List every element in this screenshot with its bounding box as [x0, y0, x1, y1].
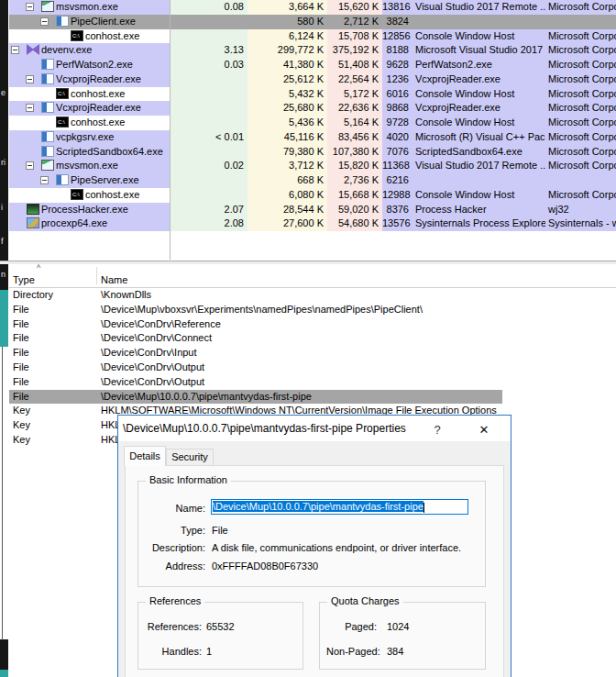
pid-cell: 9868	[382, 101, 412, 116]
collapse-icon[interactable]	[26, 75, 34, 83]
working-set-cell: 54,680 K	[327, 216, 382, 231]
handle-row[interactable]: Directory\KnownDlls	[9, 288, 616, 303]
handles-value: 1	[206, 646, 212, 657]
process-tree-pane: msvsmon.exe0.083,664 K15,620 K13816Visua…	[9, 0, 616, 261]
company-cell: Microsoft Corpor	[545, 43, 616, 58]
handle-type: File	[13, 331, 29, 346]
working-set-cell: 375,192 K	[327, 43, 382, 58]
handle-row[interactable]: File\Device\ConDrv\Connect	[9, 331, 616, 346]
company-cell: Microsoft Corpor	[545, 130, 616, 145]
process-name-label: conhost.exe	[85, 188, 139, 203]
pid-cell: 6016	[382, 87, 412, 102]
column-header-name[interactable]: Name	[101, 274, 127, 285]
process-name-label: PipeClient.exe	[71, 15, 136, 29]
process-row[interactable]: VcxprojReader.exe25,612 K22,564 K1236Vcx…	[9, 72, 616, 87]
paged-value: 1024	[387, 621, 409, 632]
process-name-cell: conhost.exe	[9, 188, 170, 203]
cpu-cell: < 0.01	[170, 130, 248, 145]
process-row[interactable]: devenv.exe3.13299,772 K375,192 K8188Micr…	[9, 43, 616, 58]
private-bytes-cell: 3,664 K	[248, 0, 327, 15]
process-name-label: PipeServer.exe	[71, 173, 139, 188]
cpu-cell	[170, 15, 248, 29]
type-label: Type:	[145, 525, 205, 536]
type-value: File	[212, 525, 228, 536]
private-bytes-cell: 25,680 K	[248, 101, 327, 116]
tab-security[interactable]: Security	[166, 449, 214, 466]
working-set-cell: 5,164 K	[327, 116, 382, 130]
description-cell	[412, 15, 545, 29]
collapse-icon[interactable]	[26, 3, 34, 11]
process-row[interactable]: ProcessHacker.exe2.0728,544 K59,020 K837…	[9, 203, 616, 217]
cpu-cell	[170, 116, 248, 130]
process-name-cell: procexp64.exe	[9, 216, 170, 231]
process-row[interactable]: msvsmon.exe0.083,664 K15,620 K13816Visua…	[9, 0, 616, 15]
handle-row[interactable]: File\Device\ConDrv\Output	[9, 375, 616, 390]
column-separator[interactable]	[96, 267, 97, 284]
process-row[interactable]: PipeServer.exe668 K2,736 K6216	[9, 173, 616, 188]
dialog-titlebar[interactable]: \Device\Mup\10.0.0.7\pipe\mantvydas-firs…	[118, 416, 511, 441]
app-icon	[56, 16, 69, 27]
process-row[interactable]: msvsmon.exe0.023,712 K15,820 K11368Visua…	[9, 159, 616, 173]
description-cell: Visual Studio 2017 Remote ...	[412, 159, 545, 173]
help-button[interactable]: ?	[424, 420, 450, 438]
process-row[interactable]: VcxprojReader.exe25,680 K22,636 K9868Vcx…	[9, 101, 616, 116]
pid-cell: 1236	[382, 72, 412, 87]
process-row[interactable]: conhost.exe6,124 K15,708 K12856Console W…	[9, 29, 616, 44]
handle-type: File	[13, 303, 29, 317]
handle-type: Directory	[13, 288, 53, 303]
handle-name: \Device\ConDrv\Output	[101, 361, 204, 375]
strip-text-fragment: f	[1, 238, 4, 246]
process-row[interactable]: PerfWatson2.exe0.0341,380 K51,408 K9628P…	[9, 58, 616, 72]
strip-text-fragment: n	[1, 271, 6, 279]
description-cell: VcxprojReader.exe	[412, 101, 545, 116]
working-set-cell: 51,408 K	[327, 58, 382, 72]
collapse-icon[interactable]	[26, 161, 34, 170]
app-icon	[41, 131, 54, 142]
company-cell: wj32	[545, 203, 616, 217]
column-header-type[interactable]: Type	[13, 274, 35, 285]
process-row[interactable]: conhost.exe5,432 K5,172 K6016Console Win…	[9, 87, 616, 102]
handle-name: \Device\ConDrv\Reference	[101, 317, 221, 332]
process-row[interactable]: vcpkgsrv.exe< 0.0145,116 K83,456 K4020Mi…	[9, 130, 616, 145]
process-row[interactable]: PipeClient.exe580 K2,712 K3824	[9, 15, 616, 29]
handle-row[interactable]: File\Device\ConDrv\Output	[9, 361, 616, 375]
process-row[interactable]: procexp64.exe2.0827,600 K54,680 K13576Sy…	[9, 216, 616, 231]
strip-segment	[0, 670, 8, 677]
handle-row[interactable]: File\Device\ConDrv\Input	[9, 346, 616, 361]
pid-cell: 4020	[382, 130, 412, 145]
console-icon	[71, 189, 83, 200]
company-cell	[545, 15, 616, 29]
handle-row[interactable]: File\Device\ConDrv\Reference	[9, 317, 616, 332]
handle-row[interactable]: File\Device\Mup\vboxsvr\Experiments\name…	[9, 303, 616, 317]
collapse-icon[interactable]	[11, 46, 19, 54]
description-cell: Microsoft Visual Studio 2017	[412, 43, 545, 58]
private-bytes-cell: 6,124 K	[248, 29, 327, 44]
company-cell: Microsoft Corpor	[545, 72, 616, 87]
process-row[interactable]: conhost.exe6,080 K15,668 K12988Console W…	[9, 188, 616, 203]
process-row[interactable]: ScriptedSandbox64.exe79,380 K107,380 K70…	[9, 145, 616, 160]
collapse-icon[interactable]	[26, 104, 34, 112]
handle-type: Key	[13, 418, 30, 433]
handle-name: \Device\Mup\vboxsvr\Experiments\namedPip…	[101, 303, 423, 317]
collapse-icon[interactable]	[40, 176, 49, 184]
description-cell: Console Window Host	[412, 116, 545, 130]
references-label: References:	[145, 621, 202, 632]
cpu-cell: 0.02	[170, 159, 248, 173]
collapse-icon[interactable]	[40, 17, 49, 26]
handle-type: Key	[13, 433, 30, 448]
references-value: 65532	[206, 621, 235, 632]
close-icon[interactable]: ✕	[468, 420, 500, 438]
process-name-cell: PerfWatson2.exe	[9, 58, 170, 72]
tab-details[interactable]: Details	[124, 446, 166, 466]
company-cell	[545, 173, 616, 188]
working-set-cell: 2,736 K	[327, 173, 382, 188]
strip-text-fragment: ri	[1, 159, 6, 167]
name-field[interactable]: \Device\Mup\10.0.0.7\pipe\mantvydas-firs…	[211, 499, 468, 515]
process-name-cell: VcxprojReader.exe	[9, 72, 170, 87]
process-name-cell: ScriptedSandbox64.exe	[9, 145, 170, 160]
handle-row[interactable]: File\Device\Mup\10.0.0.7\pipe\mantvydas-…	[9, 390, 502, 405]
process-row[interactable]: conhost.exe5,436 K5,164 K9728Console Win…	[9, 116, 616, 130]
app-icon	[41, 146, 54, 157]
process-name-cell: PipeClient.exe	[9, 15, 170, 29]
process-name-label: conhost.exe	[71, 116, 125, 130]
